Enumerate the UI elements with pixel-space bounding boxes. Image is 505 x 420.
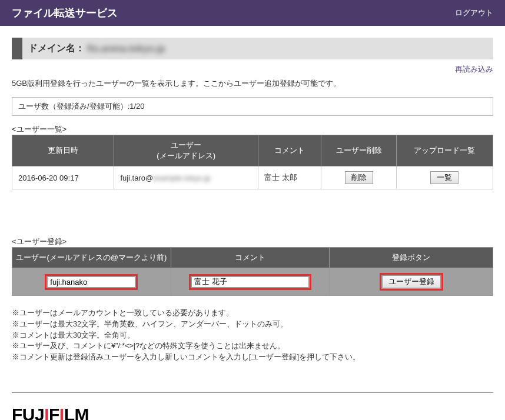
cell-uploads: 一覧 [396,166,493,189]
col-uploads: アップロード一覧 [396,135,493,166]
logout-link[interactable]: ログアウト [455,8,493,18]
reload-link[interactable]: 再読み込み [455,65,493,74]
main-content: ドメイン名： fts.arena.tokyo.jp 再読み込み 5GB版利用登録… [0,26,505,392]
reg-col-button: 登録ボタン [330,248,493,268]
note-line: ※コメントは最大30文字。全角可。 [12,330,493,341]
user-list-table: 更新日時 ユーザー (メールアドレス) コメント ユーザー削除 アップロード一覧… [12,135,493,189]
highlight-box: ユーザー登録 [380,273,443,291]
upload-list-button[interactable]: 一覧 [430,171,459,184]
user-register-table: ユーザー(メールアドレスの@マークより前) コメント 登録ボタン [12,247,493,296]
note-line: ※ユーザーはメールアカウントと一致している必要があります。 [12,308,493,319]
notes-block: ※ユーザーはメールアカウントと一致している必要があります。 ※ユーザーは最大32… [12,308,493,363]
reg-cell-user [12,268,171,296]
col-updated: 更新日時 [12,135,114,166]
register-button[interactable]: ユーザー登録 [382,275,441,288]
user-count-value: :1/20 [128,102,145,111]
col-comment: コメント [258,135,321,166]
reg-cell-button: ユーザー登録 [330,268,493,296]
user-list-section-label: <ユーザー一覧> [12,124,493,135]
footer: FUJIFILM [0,393,505,420]
page-description: 5GB版利用登録を行ったユーザーの一覧を表示します。ここからユーザー追加登録が可… [12,78,493,89]
highlight-box [45,274,138,290]
col-delete: ユーザー削除 [321,135,397,166]
note-line: ※コメント更新は登録済みユーザーを入力し新しいコメントを入力し[ユーザー登録]を… [12,352,493,363]
domain-value: fts.arena.tokyo.jp [87,44,165,54]
user-count-label: ユーザ数（登録済み/登録可能） [18,102,128,111]
delete-button[interactable]: 削除 [345,171,373,184]
fujifilm-logo: FUJIFILM [12,405,493,420]
domain-bar: ドメイン名： fts.arena.tokyo.jp [12,38,493,59]
user-count-box: ユーザ数（登録済み/登録可能）:1/20 [12,97,493,116]
cell-delete: 削除 [321,166,397,189]
cell-email: fuji.taro@example.tokyo.jp [114,166,258,189]
reg-col-user: ユーザー(メールアドレスの@マークより前) [12,248,171,268]
reg-cell-comment [171,268,330,296]
col-user: ユーザー (メールアドレス) [114,135,258,166]
cell-comment: 富士 太郎 [258,166,321,189]
note-line: ※ユーザーは最大32文字。半角英数、ハイフン、アンダーバー、ドットのみ可。 [12,319,493,330]
note-line: ※ユーザー及び、コメントに¥"/:*<>|?などの特殊文字を使うことは出来ません… [12,341,493,352]
reg-col-comment: コメント [171,248,330,268]
user-input[interactable] [47,276,135,288]
app-title: ファイル転送サービス [12,6,118,20]
app-header: ファイル転送サービス ログアウト [0,0,505,26]
user-reg-section-label: <ユーザー登録> [12,236,493,247]
cell-updated: 2016-06-20 09:17 [12,166,114,189]
table-row: ユーザー登録 [12,268,493,296]
domain-label: ドメイン名： [28,42,85,55]
comment-input[interactable] [191,276,309,288]
highlight-box [189,274,311,290]
table-row: 2016-06-20 09:17 fuji.taro@example.tokyo… [12,166,493,189]
